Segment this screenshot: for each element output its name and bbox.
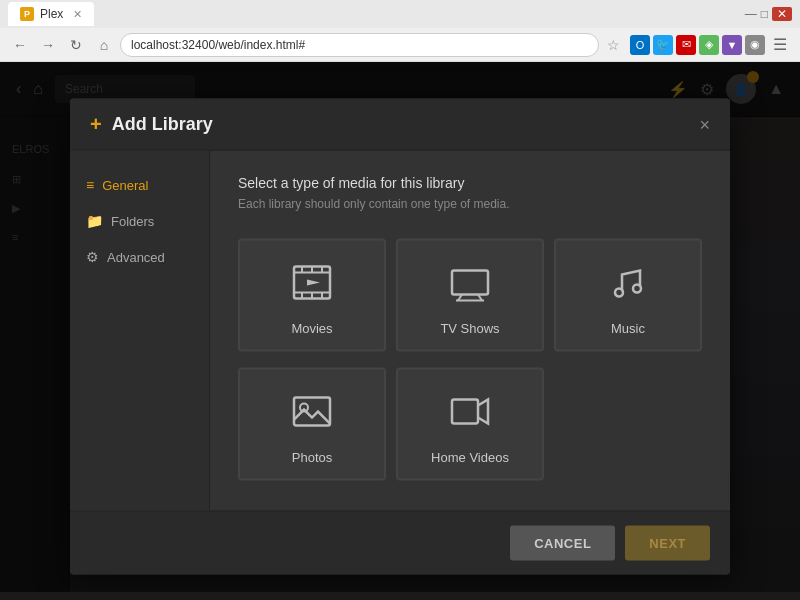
browser-navbar: ← → ↻ ⌂ localhost:32400/web/index.html# …: [0, 28, 800, 62]
svg-rect-16: [294, 398, 330, 426]
photos-icon: [290, 390, 334, 440]
next-button[interactable]: NEXT: [625, 526, 710, 561]
window-close-btn[interactable]: ✕: [772, 7, 792, 21]
outlook-icon[interactable]: O: [630, 35, 650, 55]
movies-label: Movies: [291, 321, 332, 336]
svg-point-14: [615, 289, 623, 297]
plex-favicon: P: [20, 7, 34, 21]
music-label: Music: [611, 321, 645, 336]
browser-toolbar: O 🐦 ✉ ◈ ▼ ◉ ☰: [630, 33, 792, 57]
mail-icon[interactable]: ✉: [676, 35, 696, 55]
ext-icon-2[interactable]: ▼: [722, 35, 742, 55]
ext-icon-3[interactable]: ◉: [745, 35, 765, 55]
media-type-homevideos[interactable]: Home Videos: [396, 368, 544, 481]
homevideos-label: Home Videos: [431, 450, 509, 465]
general-label: General: [102, 177, 148, 192]
empty-cell: [554, 368, 702, 481]
modal-content: Select a type of media for this library …: [210, 151, 730, 511]
ext-icon-1[interactable]: ◈: [699, 35, 719, 55]
svg-marker-9: [307, 280, 320, 286]
tab-title: Plex: [40, 7, 63, 21]
instruction-title: Select a type of media for this library: [238, 175, 702, 191]
refresh-button[interactable]: ↻: [64, 33, 88, 57]
menu-button[interactable]: ☰: [768, 33, 792, 57]
modal-footer: CANCEL NEXT: [70, 511, 730, 575]
address-bar[interactable]: localhost:32400/web/index.html#: [120, 33, 599, 57]
media-type-tvshows[interactable]: TV Shows: [396, 239, 544, 352]
cancel-button[interactable]: CANCEL: [510, 526, 615, 561]
advanced-label: Advanced: [107, 249, 165, 264]
media-type-movies[interactable]: Movies: [238, 239, 386, 352]
tvshows-label: TV Shows: [440, 321, 499, 336]
svg-point-15: [633, 285, 641, 293]
modal-sidebar-folders[interactable]: 📁 Folders: [70, 203, 209, 239]
folders-label: Folders: [111, 213, 154, 228]
window-maximize-btn[interactable]: □: [761, 7, 768, 21]
instruction-sub: Each library should only contain one typ…: [238, 197, 702, 211]
tab-close-btn[interactable]: ✕: [73, 8, 82, 21]
svg-rect-18: [452, 400, 478, 424]
media-type-music[interactable]: Music: [554, 239, 702, 352]
photos-label: Photos: [292, 450, 332, 465]
home-button[interactable]: ⌂: [92, 33, 116, 57]
browser-tab[interactable]: P Plex ✕: [8, 2, 94, 26]
media-type-grid-row2: Photos Home Videos: [238, 368, 702, 481]
twitter-icon[interactable]: 🐦: [653, 35, 673, 55]
folders-icon: 📁: [86, 213, 103, 229]
modal-title-area: + Add Library: [90, 113, 213, 136]
modal-body: ≡ General 📁 Folders ⚙ Advanced Select a …: [70, 151, 730, 511]
tvshows-icon: [448, 261, 492, 311]
window-minimize-btn[interactable]: —: [745, 7, 757, 21]
browser-titlebar: P Plex ✕ — □ ✕: [0, 0, 800, 28]
add-library-modal: + Add Library × ≡ General 📁 Folders ⚙ Ad…: [70, 99, 730, 575]
media-type-grid-row1: Movies TV Shows: [238, 239, 702, 352]
modal-sidebar-advanced[interactable]: ⚙ Advanced: [70, 239, 209, 275]
general-icon: ≡: [86, 177, 94, 193]
media-type-photos[interactable]: Photos: [238, 368, 386, 481]
modal-title-plus-icon: +: [90, 113, 102, 136]
modal-header: + Add Library ×: [70, 99, 730, 151]
bookmark-icon[interactable]: ☆: [607, 37, 620, 53]
movies-icon: [290, 261, 334, 311]
svg-rect-10: [452, 271, 488, 295]
music-icon: [606, 261, 650, 311]
modal-close-button[interactable]: ×: [699, 115, 710, 133]
back-button[interactable]: ←: [8, 33, 32, 57]
modal-title-text: Add Library: [112, 114, 213, 135]
browser-chrome: P Plex ✕ — □ ✕ ← → ↻ ⌂ localhost:32400/w…: [0, 0, 800, 62]
address-text: localhost:32400/web/index.html#: [131, 38, 305, 52]
advanced-icon: ⚙: [86, 249, 99, 265]
app-background: ‹ ⌂ ⚡ ⚙ 👤 ▲ ELROS ⊞ ▶ ≡: [0, 62, 800, 592]
homevideos-icon: [448, 390, 492, 440]
modal-sidebar: ≡ General 📁 Folders ⚙ Advanced: [70, 151, 210, 511]
modal-sidebar-general[interactable]: ≡ General: [70, 167, 209, 203]
forward-button[interactable]: →: [36, 33, 60, 57]
